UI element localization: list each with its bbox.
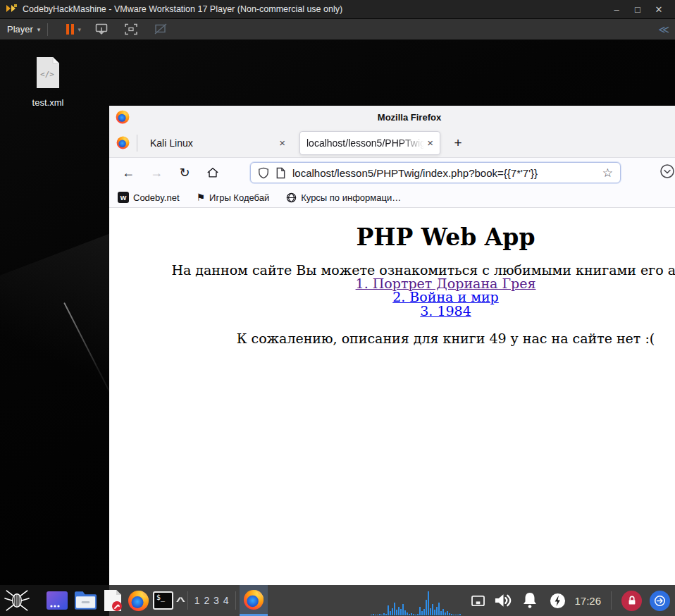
arrow-right-circle-icon [654,595,666,607]
crossed-monitor-icon [154,23,168,36]
flag-icon: ⚑ [197,192,206,203]
player-menu-label: Player [7,24,33,35]
workspace-switcher[interactable]: 1 2 3 4 [194,595,230,606]
close-button[interactable]: ✕ [648,0,669,19]
vmware-window-title: CodebyHackMashine - VMware Workstation 1… [23,4,342,14]
tab-kali-linux[interactable]: Kali Linux × [143,131,292,155]
bell-icon [521,591,538,610]
bookmark-label: Игры Кодебай [209,192,269,203]
network-monitor-graph [371,589,462,615]
url-bar[interactable]: localhost/lesson5/PHPTwig/index.php?book… [250,162,621,183]
collapse-toolbar-button[interactable]: ≪ [658,23,668,36]
xml-file-icon: </> [34,56,62,90]
page-title: PHP Web App [109,224,675,251]
bookmark-label: Курсы по информаци… [301,192,401,203]
tab-close-icon[interactable]: × [279,137,285,149]
terminal-prompt-glyph: $_ [156,593,165,601]
firefox-tab-bar: Kali Linux × localhost/lesson5/PHPTwig/i… [109,128,675,158]
book-link-2[interactable]: 2. Война и мир [109,290,675,304]
vmware-window-controls: – □ ✕ [606,0,669,19]
forward-button: → [144,161,168,184]
tab-close-icon[interactable]: × [427,137,433,149]
shield-icon [258,167,269,179]
pocket-icon [659,164,675,179]
network-status-button[interactable] [471,595,485,607]
url-text[interactable]: localhost/lesson5/PHPTwig/index.php?book… [292,167,596,179]
firefox-titlebar[interactable]: Mozilla Firefox [109,106,675,128]
bookmark-star-icon[interactable]: ☆ [602,166,613,180]
send-ctrl-alt-del-button[interactable] [92,21,111,38]
screen-lock-button[interactable] [621,591,642,611]
notifications-button[interactable] [521,591,538,610]
unity-mode-button-disabled [151,21,170,38]
bookmark-courses[interactable]: Курсы по информаци… [286,192,401,203]
page-message: К сожалению, описания для книги 49 у нас… [109,332,675,345]
power-manager-button[interactable] [550,593,566,609]
chevron-down-icon: ▾ [78,26,81,33]
app-launcher-button[interactable] [45,589,69,612]
minimize-button[interactable]: – [606,0,627,19]
page-content: PHP Web App На данном сайте Вы можете оз… [109,209,675,616]
firefox-launcher-button[interactable] [128,590,149,612]
text-editor-button[interactable] [102,589,123,612]
bookmark-codeby[interactable]: w Codeby.net [118,192,180,203]
firefox-window: Mozilla Firefox Kali Linux × localhost/l… [109,106,675,616]
fullscreen-icon [124,23,138,36]
applications-menu-button[interactable] [0,585,34,616]
file-manager-button[interactable] [73,590,98,611]
tab-localhost-active[interactable]: localhost/lesson5/PHPTwig/i × [299,131,440,155]
pocket-button[interactable] [659,164,675,182]
document-edit-icon [102,589,123,612]
home-button[interactable] [201,161,225,184]
firefox-logo-icon [243,589,264,610]
taskbar-divider [187,591,188,610]
caret-up-icon: ^ [176,595,185,607]
firefox-nav-bar: ← → ↻ localhost/lesson5/PHPTwig/index.ph… [109,158,675,187]
tab-divider [137,135,137,152]
vmware-logo-icon [6,4,18,15]
ethernet-icon [471,595,485,607]
firefox-window-title: Mozilla Firefox [378,112,441,123]
terminal-icon: $_ [153,591,173,610]
terminal-button[interactable]: $_ [153,591,173,610]
monitor-arrow-icon [94,23,109,36]
globe-icon [286,192,297,203]
tab-label: localhost/lesson5/PHPTwig/i [306,137,424,149]
firefox-logo-icon [128,590,149,612]
vm-screen: </> test.xml Mozilla Firefox Kali Linux … [0,40,675,616]
home-icon [206,166,219,179]
book-link-3[interactable]: 3. 1984 [109,304,675,318]
bookmark-games[interactable]: ⚑ Игры Кодебай [197,192,270,203]
bookmarks-bar: w Codeby.net ⚑ Игры Кодебай Курсы по инф… [109,187,675,208]
taskbar: $_ ^ 1 2 3 4 [0,585,675,616]
back-button[interactable]: ← [116,161,140,184]
firefox-logo-icon [116,110,130,124]
vmware-window: { "vmware": { "title": "CodebyHackMashin… [0,0,675,616]
desktop-app-icon [45,589,69,612]
fullscreen-button[interactable] [122,21,140,38]
lock-icon [626,595,638,606]
codeby-icon: w [118,192,129,203]
new-tab-button[interactable]: + [449,134,467,152]
desktop-file-test-xml[interactable]: </> test.xml [18,56,78,108]
player-menu-button[interactable]: Player ▾ [7,24,40,35]
panel-expand-button[interactable]: ^ [178,595,184,607]
suspend-vm-button[interactable]: ▾ [66,24,81,35]
kali-logo-icon [4,589,30,612]
page-icon [275,167,286,179]
clock[interactable]: 17:26 [574,595,601,607]
chevron-down-icon: ▾ [37,26,41,33]
folder-icon [73,590,98,611]
reload-button[interactable]: ↻ [173,161,197,184]
volume-button[interactable] [494,592,513,609]
vmware-titlebar: CodebyHackMashine - VMware Workstation 1… [0,0,675,19]
taskbar-divider [235,591,236,610]
tab-label: Kali Linux [150,137,276,149]
power-bolt-icon [550,593,566,609]
speaker-icon [494,592,513,609]
taskbar-active-firefox[interactable] [240,585,268,616]
book-links: 1. Портрет Дориана Грея 2. Война и мир 3… [109,277,675,318]
logout-button[interactable] [650,591,670,611]
bookmark-label: Codeby.net [133,192,180,203]
maximize-button[interactable]: □ [627,0,648,19]
